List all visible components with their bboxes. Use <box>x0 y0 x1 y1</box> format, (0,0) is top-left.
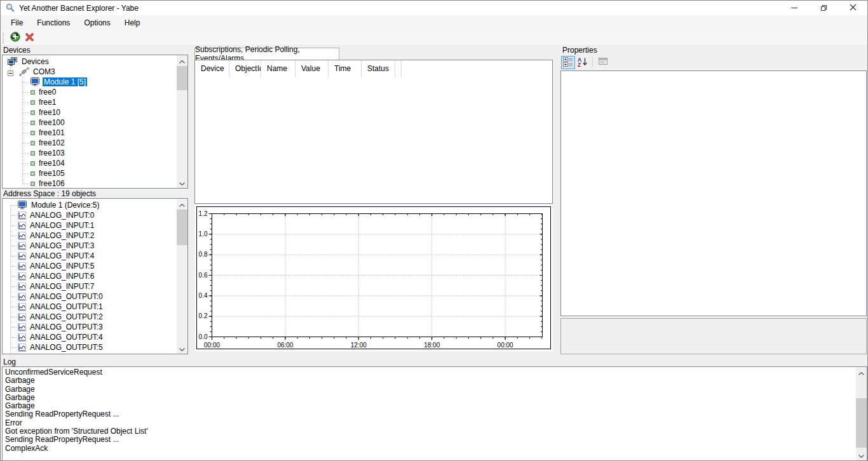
log-scrollbar[interactable] <box>856 367 867 460</box>
scrollbar-up-button[interactable] <box>177 55 187 66</box>
tree-connector-stub <box>11 246 17 246</box>
log-line: UnconfirmedServiceRequest <box>5 368 853 377</box>
chevron-up-icon <box>179 57 185 65</box>
svg-text:0.8: 0.8 <box>199 251 208 258</box>
tree-item[interactable]: ANALOG_OUTPUT:1 <box>3 302 177 312</box>
scrollbar-thumb[interactable] <box>856 398 867 448</box>
tree-item[interactable]: ANALOG_OUTPUT:4 <box>3 332 177 342</box>
categorized-button[interactable] <box>561 56 575 69</box>
tree-item-label: free104 <box>37 159 66 168</box>
led-icon <box>31 110 35 115</box>
address-tree-scrollbar[interactable] <box>177 199 187 354</box>
column-header-time[interactable]: Time <box>329 60 362 77</box>
add-icon <box>10 32 20 44</box>
scrollbar-up-button[interactable] <box>177 199 187 210</box>
column-header-status[interactable]: Status <box>362 60 395 77</box>
tree-item[interactable]: ANALOG_INPUT:0 <box>3 210 177 220</box>
property-grid[interactable] <box>560 70 867 316</box>
menu-item-options[interactable]: Options <box>77 15 117 30</box>
tree-connector-stub <box>23 102 29 103</box>
tree-item[interactable]: ANALOG_INPUT:4 <box>3 251 177 261</box>
column-header-value[interactable]: Value <box>295 60 329 77</box>
tree-item[interactable]: ANALOG_INPUT:3 <box>3 241 177 251</box>
tree-connector-stub <box>23 153 29 154</box>
scrollbar-up-button[interactable] <box>856 367 867 378</box>
address-space-tree: Module 1 (Device:5)ANALOG_INPUT:0ANALOG_… <box>3 199 177 354</box>
tree-connector-line <box>22 77 23 184</box>
tree-connector-line <box>10 205 11 354</box>
analog-icon <box>18 211 26 220</box>
tree-connector-stub <box>11 337 17 338</box>
categorized-icon <box>563 57 573 69</box>
analog-icon <box>18 333 26 342</box>
svg-text:0.6: 0.6 <box>199 272 208 279</box>
device-icon <box>18 201 27 210</box>
close-icon <box>850 4 857 13</box>
svg-text:1.0: 1.0 <box>199 230 208 237</box>
scrollbar-down-button[interactable] <box>856 450 867 460</box>
tree-item[interactable]: Module 1 (Device:5) <box>3 200 177 210</box>
log-panel[interactable]: UnconfirmedServiceRequestGarbageGarbageG… <box>2 366 867 461</box>
device-icon <box>31 77 40 86</box>
column-header-device[interactable]: Device <box>195 60 229 77</box>
property-description-panel <box>560 318 867 354</box>
subscriptions-list: DeviceObjectIdNameValueTimeStatus <box>194 60 553 204</box>
tree-connector-stub <box>11 236 17 236</box>
led-icon <box>31 151 35 156</box>
chevron-down-icon <box>179 344 185 353</box>
minimize-button[interactable] <box>780 1 809 15</box>
tree-item-label: ANALOG_OUTPUT:0 <box>29 292 104 301</box>
menu-item-file[interactable]: File <box>4 15 30 30</box>
add-device-button[interactable] <box>8 31 22 45</box>
tab-subscriptions[interactable]: Subscriptions, Periodic Polling, Events/… <box>194 48 339 60</box>
tree-connector-stub <box>23 123 29 123</box>
scrollbar-down-button[interactable] <box>177 177 187 188</box>
tree-item[interactable]: Devices <box>3 57 177 67</box>
close-button[interactable] <box>838 1 867 15</box>
analog-icon <box>18 262 26 271</box>
tree-connector-stub <box>11 215 17 216</box>
tree-item[interactable]: ANALOG_INPUT:1 <box>3 220 177 230</box>
svg-text:00:00: 00:00 <box>498 342 513 349</box>
tree-item[interactable]: ANALOG_INPUT:7 <box>3 281 177 291</box>
tree-item[interactable]: ANALOG_OUTPUT:3 <box>3 322 177 332</box>
svg-text:18:00: 18:00 <box>424 342 440 349</box>
serial-icon <box>19 67 29 76</box>
restore-button[interactable] <box>809 1 838 15</box>
led-icon <box>31 161 35 166</box>
tree-item[interactable]: COM3 <box>3 67 177 77</box>
devices-tree-scrollbar[interactable] <box>177 55 187 188</box>
svg-text:0.4: 0.4 <box>199 292 208 299</box>
column-header-name[interactable]: Name <box>261 60 295 77</box>
remove-device-button[interactable] <box>22 31 37 45</box>
analog-icon <box>18 293 26 301</box>
tree-item[interactable]: ANALOG_OUTPUT:2 <box>3 312 177 322</box>
tree-item-label: ANALOG_INPUT:0 <box>29 211 95 220</box>
devices-tree-panel: DevicesCOM3Module 1 [5]free0free1free10f… <box>2 55 188 189</box>
tree-connector-stub <box>11 297 17 297</box>
menu-item-help[interactable]: Help <box>118 15 147 30</box>
menu-item-functions[interactable]: Functions <box>30 15 77 30</box>
tree-item[interactable]: ANALOG_OUTPUT:0 <box>3 291 177 302</box>
scrollbar-down-button[interactable] <box>177 343 187 354</box>
log-line: Sending ReadPropertyRequest ... <box>5 410 853 418</box>
tree-item-label: free106 <box>37 179 66 188</box>
tree-connector-stub <box>23 184 29 184</box>
toolbar-grip[interactable] <box>3 33 4 43</box>
scrollbar-thumb[interactable] <box>177 66 187 90</box>
column-header-objectid[interactable]: ObjectId <box>229 60 261 77</box>
tree-connector-stub <box>11 276 17 277</box>
tree-item[interactable]: ANALOG_INPUT:6 <box>3 271 177 281</box>
tree-item[interactable]: ANALOG_OUTPUT:5 <box>3 342 177 352</box>
address-space-label: Address Space : 19 objects <box>3 189 96 198</box>
tree-item[interactable]: ANALOG_OUTPUT:6 <box>3 352 177 354</box>
svg-text:1.2: 1.2 <box>199 210 208 217</box>
alphabetical-button[interactable]: AZ <box>576 56 590 69</box>
analog-icon <box>18 323 26 331</box>
led-icon <box>31 182 35 186</box>
scrollbar-thumb[interactable] <box>177 210 187 245</box>
tree-item[interactable]: ANALOG_INPUT:2 <box>3 230 177 241</box>
tree-item-label: free10 <box>37 108 62 117</box>
tree-item[interactable]: ANALOG_INPUT:5 <box>3 261 177 271</box>
tree-connector-line <box>10 67 11 72</box>
